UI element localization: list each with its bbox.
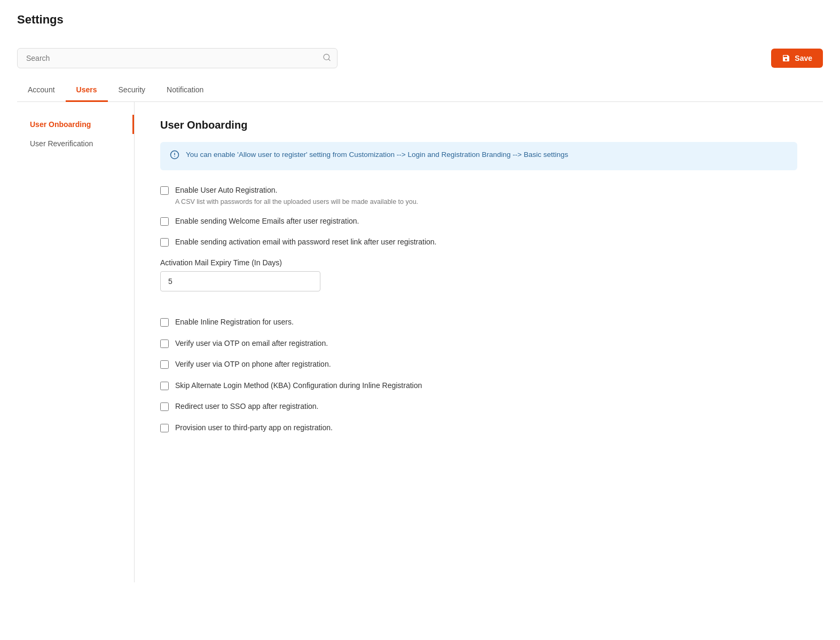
checkbox-otp-email-label[interactable]: Verify user via OTP on email after regis… bbox=[175, 338, 328, 349]
checkbox-skip-kba-label[interactable]: Skip Alternate Login Method (KBA) Config… bbox=[175, 381, 422, 391]
save-icon bbox=[782, 54, 790, 62]
section-title: User Onboarding bbox=[160, 119, 797, 131]
checkbox-redirect-sso-input[interactable] bbox=[160, 402, 169, 411]
checkbox-skip-kba: Skip Alternate Login Method (KBA) Config… bbox=[160, 381, 797, 391]
tab-account[interactable]: Account bbox=[17, 79, 66, 102]
sidebar: User Onboarding User Reverification bbox=[17, 102, 135, 582]
checkbox-auto-registration-sublabel: A CSV list with passwords for all the up… bbox=[175, 198, 418, 206]
page-title: Settings bbox=[17, 13, 64, 27]
page-container: Settings Save Account Users Security Not… bbox=[0, 0, 840, 595]
checkbox-activation-email: Enable sending activation email with pas… bbox=[160, 237, 797, 248]
tab-notification[interactable]: Notification bbox=[156, 79, 214, 102]
checkbox-welcome-emails: Enable sending Welcome Emails after user… bbox=[160, 216, 797, 227]
checkbox-provision-third-party-label[interactable]: Provision user to third-party app on reg… bbox=[175, 423, 333, 433]
activation-mail-label: Activation Mail Expiry Time (In Days) bbox=[160, 258, 797, 267]
search-icon bbox=[323, 53, 331, 64]
checkbox-skip-kba-input[interactable] bbox=[160, 382, 169, 390]
search-container bbox=[17, 48, 337, 68]
checkbox-redirect-sso-label[interactable]: Redirect user to SSO app after registrat… bbox=[175, 401, 318, 412]
sidebar-item-user-onboarding[interactable]: User Onboarding bbox=[17, 115, 134, 134]
search-input[interactable] bbox=[17, 48, 337, 68]
checkbox-otp-phone-label[interactable]: Verify user via OTP on phone after regis… bbox=[175, 359, 331, 370]
section-divider bbox=[160, 306, 797, 317]
checkbox-auto-registration-label[interactable]: Enable User Auto Registration. bbox=[175, 186, 277, 194]
checkbox-activation-email-input[interactable] bbox=[160, 238, 169, 247]
activation-mail-input[interactable] bbox=[160, 271, 320, 291]
activation-mail-field-group: Activation Mail Expiry Time (In Days) bbox=[160, 258, 797, 291]
tab-users[interactable]: Users bbox=[66, 79, 108, 102]
checkbox-redirect-sso: Redirect user to SSO app after registrat… bbox=[160, 401, 797, 412]
checkbox-otp-email-input[interactable] bbox=[160, 339, 169, 348]
checkbox-welcome-emails-input[interactable] bbox=[160, 217, 169, 226]
checkbox-welcome-emails-label[interactable]: Enable sending Welcome Emails after user… bbox=[175, 216, 359, 227]
checkbox-activation-email-label[interactable]: Enable sending activation email with pas… bbox=[175, 237, 436, 248]
search-row: Save bbox=[17, 48, 823, 68]
sidebar-item-user-reverification[interactable]: User Reverification bbox=[17, 134, 134, 153]
info-icon bbox=[170, 150, 179, 163]
save-button[interactable]: Save bbox=[771, 49, 823, 68]
checkbox-provision-third-party: Provision user to third-party app on reg… bbox=[160, 423, 797, 433]
checkbox-inline-registration-input[interactable] bbox=[160, 318, 169, 327]
checkbox-otp-email: Verify user via OTP on email after regis… bbox=[160, 338, 797, 349]
checkbox-auto-registration-input[interactable] bbox=[160, 186, 169, 195]
checkbox-auto-registration: Enable User Auto Registration. A CSV lis… bbox=[160, 185, 797, 206]
main-content: User Onboarding User Reverification User… bbox=[17, 102, 823, 582]
svg-line-1 bbox=[328, 59, 330, 61]
tab-security[interactable]: Security bbox=[108, 79, 156, 102]
tabs-row: Account Users Security Notification bbox=[17, 79, 823, 102]
checkbox-otp-phone-input[interactable] bbox=[160, 360, 169, 369]
content-area: User Onboarding You can enable 'Allow us… bbox=[135, 102, 823, 582]
checkbox-otp-phone: Verify user via OTP on phone after regis… bbox=[160, 359, 797, 370]
checkbox-inline-registration: Enable Inline Registration for users. bbox=[160, 317, 797, 328]
info-banner: You can enable 'Allow user to register' … bbox=[160, 142, 797, 170]
checkbox-inline-registration-label[interactable]: Enable Inline Registration for users. bbox=[175, 317, 294, 328]
info-banner-text: You can enable 'Allow user to register' … bbox=[186, 149, 568, 160]
checkbox-provision-third-party-input[interactable] bbox=[160, 424, 169, 432]
